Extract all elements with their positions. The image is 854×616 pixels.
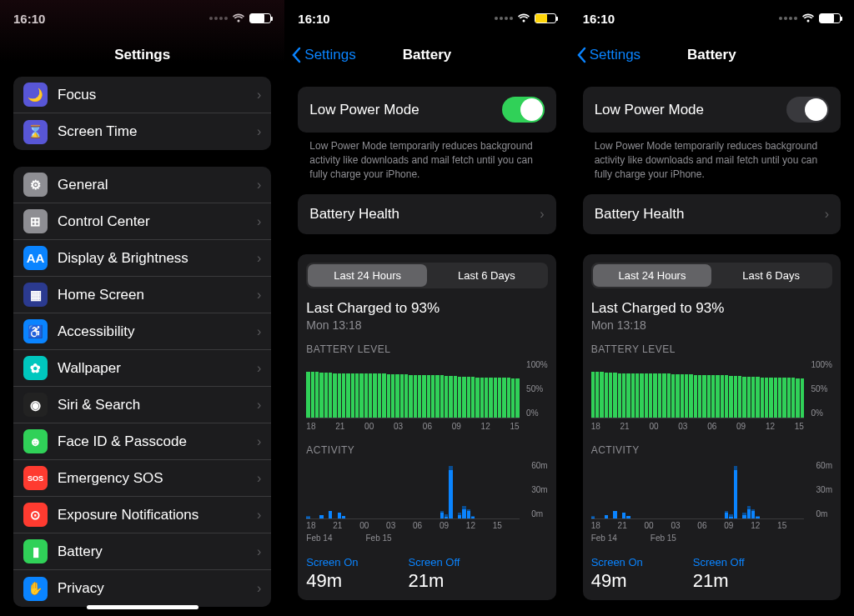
settings-row-accessibility[interactable]: ♿Accessibility› — [13, 313, 271, 350]
wifi-icon — [517, 13, 530, 23]
settings-label: General — [58, 177, 257, 193]
screen-on-label: Screen On — [306, 556, 358, 568]
low-power-mode-toggle[interactable] — [502, 97, 545, 123]
signal-icon — [779, 17, 797, 20]
home-indicator[interactable] — [87, 605, 198, 609]
settings-label: Accessibility — [58, 323, 257, 340]
screen-off-value: 21m — [693, 570, 745, 592]
chevron-right-icon: › — [257, 398, 261, 413]
settings-row-control-center[interactable]: ⊞Control Center› — [13, 203, 271, 240]
activity-date-labels: Feb 14Feb 15 — [591, 533, 832, 543]
chevron-right-icon: › — [257, 88, 261, 103]
settings-row-emergency-sos[interactable]: SOSEmergency SOS› — [13, 460, 271, 497]
screen-stats: Screen On 49m Screen Off 21m — [591, 556, 832, 592]
settings-label: Display & Brightness — [58, 250, 257, 267]
seg-last-6d[interactable]: Last 6 Days — [427, 264, 546, 287]
settings-icon: ▮ — [23, 539, 48, 563]
battery-health-row[interactable]: Battery Health › — [583, 194, 841, 234]
settings-label: Face ID & Passcode — [58, 433, 257, 450]
settings-row-wallpaper[interactable]: ✿Wallpaper› — [13, 350, 271, 387]
settings-icon: ⚙ — [23, 173, 48, 197]
chevron-right-icon: › — [257, 361, 261, 376]
settings-icon: ☻ — [23, 429, 48, 453]
low-power-mode-label: Low Power Mode — [595, 102, 704, 118]
battery-level-xlabels: 1821000306091215 — [306, 422, 547, 431]
time-range-segmented-control[interactable]: Last 24 Hours Last 6 Days — [591, 263, 832, 288]
nav-bar: Settings Battery — [570, 37, 854, 73]
settings-icon: ✋ — [23, 577, 48, 601]
screen-off-label: Screen Off — [408, 556, 460, 568]
last-charged-title: Last Charged to 93% — [306, 300, 547, 317]
chevron-right-icon: › — [257, 581, 261, 596]
last-charged-time: Mon 13:18 — [306, 318, 547, 332]
battery-icon — [819, 13, 841, 23]
settings-row-privacy[interactable]: ✋Privacy› — [13, 570, 271, 607]
seg-last-24h[interactable]: Last 24 Hours — [593, 264, 712, 287]
page-title: Battery — [687, 47, 736, 63]
signal-icon — [209, 17, 228, 20]
nav-bar: Settings Battery — [284, 37, 569, 73]
settings-icon: ⊞ — [23, 209, 48, 233]
last-charged-title: Last Charged to 93% — [591, 300, 832, 317]
settings-label: Focus — [58, 87, 257, 103]
activity-chart: 60m30m0m — [591, 461, 804, 519]
battery-screen-lpm-off: 16:10 Settings Battery Low Power Mode Lo… — [570, 0, 854, 616]
back-button[interactable]: Settings — [291, 47, 355, 63]
settings-label: Exposure Notifications — [58, 507, 257, 523]
settings-row-general[interactable]: ⚙General› — [13, 167, 271, 203]
chevron-right-icon: › — [257, 251, 261, 266]
activity-yticks: 60m30m0m — [816, 461, 832, 518]
chevron-right-icon: › — [257, 471, 261, 486]
back-label: Settings — [304, 47, 355, 63]
settings-row-display-brightness[interactable]: AADisplay & Brightness› — [13, 240, 271, 277]
seg-last-24h[interactable]: Last 24 Hours — [308, 264, 427, 287]
status-bar: 16:10 — [284, 0, 569, 37]
battery-content[interactable]: Low Power Mode Low Power Mode temporaril… — [284, 73, 569, 616]
activity-label: ACTIVITY — [591, 444, 832, 456]
chevron-right-icon: › — [825, 207, 829, 222]
nav-bar: Settings — [0, 37, 284, 73]
settings-row-exposure-notifications[interactable]: ⊙Exposure Notifications› — [13, 497, 271, 533]
activity-date-labels: Feb 14Feb 15 — [306, 533, 547, 543]
settings-row-battery[interactable]: ▮Battery› — [13, 533, 271, 570]
settings-row-siri-search[interactable]: ◉Siri & Search› — [13, 387, 271, 423]
battery-health-row[interactable]: Battery Health › — [298, 194, 555, 234]
settings-label: Screen Time — [58, 123, 257, 140]
settings-list[interactable]: 🌙Focus›⌛Screen Time› ⚙General›⊞Control C… — [0, 73, 284, 616]
battery-chart-card: Last 24 Hours Last 6 Days Last Charged t… — [583, 254, 841, 600]
settings-icon: 🌙 — [23, 83, 48, 107]
time-range-segmented-control[interactable]: Last 24 Hours Last 6 Days — [306, 263, 547, 288]
settings-icon: SOS — [23, 466, 48, 490]
page-title: Battery — [403, 47, 452, 63]
battery-level-label: BATTERY LEVEL — [306, 343, 547, 355]
screen-off-value: 21m — [408, 570, 460, 592]
settings-row-focus[interactable]: 🌙Focus› — [13, 77, 271, 113]
settings-label: Home Screen — [58, 287, 257, 303]
last-charged-time: Mon 13:18 — [591, 318, 832, 332]
low-power-mode-row: Low Power Mode — [583, 87, 841, 133]
low-power-mode-description: Low Power Mode temporarily reduces backg… — [298, 133, 555, 194]
seg-last-6d[interactable]: Last 6 Days — [711, 264, 831, 287]
battery-level-chart: 100%50%0% — [306, 360, 519, 418]
screen-on-value: 49m — [306, 570, 358, 592]
battery-level-xlabels: 1821000306091215 — [591, 422, 832, 431]
status-bar: 16:10 — [0, 0, 284, 37]
low-power-mode-row: Low Power Mode — [298, 87, 555, 133]
back-button[interactable]: Settings — [576, 47, 640, 63]
settings-row-home-screen[interactable]: ▦Home Screen› — [13, 277, 271, 313]
status-time: 16:10 — [583, 12, 615, 26]
battery-level-yticks: 100%50%0% — [526, 360, 548, 418]
battery-content[interactable]: Low Power Mode Low Power Mode temporaril… — [570, 73, 854, 616]
battery-level-label: BATTERY LEVEL — [591, 343, 832, 355]
low-power-mode-toggle[interactable] — [786, 97, 829, 123]
chevron-right-icon: › — [257, 434, 261, 449]
settings-label: Wallpaper — [58, 360, 257, 377]
activity-xlabels: 1821000306091215 — [306, 521, 547, 530]
settings-row-screen-time[interactable]: ⌛Screen Time› — [13, 113, 271, 150]
battery-health-label: Battery Health — [309, 206, 399, 223]
chevron-right-icon: › — [257, 508, 261, 523]
settings-row-face-id-passcode[interactable]: ☻Face ID & Passcode› — [13, 423, 271, 460]
chevron-right-icon: › — [257, 214, 261, 229]
settings-icon: ⊙ — [23, 503, 48, 527]
signal-icon — [495, 17, 513, 20]
